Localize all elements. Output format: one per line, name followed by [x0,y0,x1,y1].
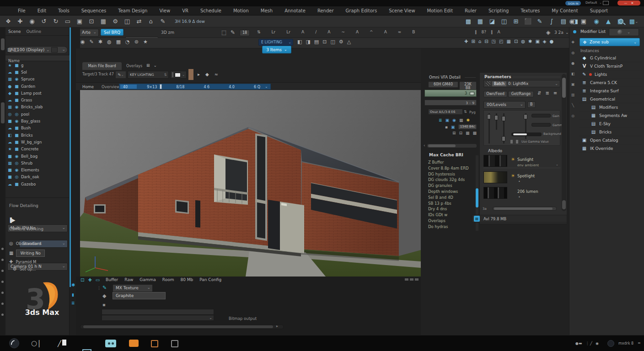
menu-item[interactable]: Edit [32,8,52,13]
bottom-tab[interactable]: Room [159,277,177,282]
strip-dot-icon[interactable] [1,248,4,250]
stats-icon[interactable]: ▦ [459,118,463,122]
brush-dropdown[interactable]: ✎⌄ [115,71,126,79]
cache-list-item[interactable]: Z Buffer [424,160,476,166]
stats-icon[interactable]: ▣ [445,118,450,122]
diamond-icon[interactable]: ◈ [546,30,550,35]
scene-object-row[interactable]: ◧ ■ Bricks [5,132,70,138]
active-selection-button[interactable]: Sel BRQ [101,29,123,36]
toolbar-icon[interactable]: ⌂ [145,18,156,24]
tree-row[interactable]: ▤ Modifiers [579,103,642,112]
workspace-dropdown[interactable]: Default [585,1,597,5]
toolbar-icon[interactable]: ✎ [157,18,168,24]
toolbar-icon[interactable]: ⊡ [86,18,97,24]
axis-token[interactable]: B [412,30,415,34]
strip-dot-icon[interactable] [1,303,4,305]
filter-icon[interactable]: ◫ [13,48,17,52]
axis-token[interactable]: ⇅ [257,30,261,34]
spinner-icon[interactable]: ⇅ [464,110,467,114]
tab-outline[interactable]: Outline [23,28,44,35]
toolbar-icon[interactable]: ✎ [534,18,545,24]
cache-list-item[interactable]: IDs GDt w [424,213,476,218]
side-tool-icon[interactable]: ◍ [571,51,575,55]
tray-menu-icon[interactable]: ≡ [638,341,641,345]
range-button[interactable]: Get/Range [508,91,534,97]
toolbar-icon[interactable]: ⌂ [478,39,481,44]
bottom-icon[interactable]: ▭ [96,278,100,282]
toolbar-icon[interactable]: ◍ [521,39,525,44]
bottom-tab[interactable]: Pan Config [196,277,225,282]
float-icon[interactable]: ▸ [198,72,200,77]
toolbar-icon[interactable]: ⊞ [510,18,521,24]
strip-dot-icon[interactable] [1,281,4,283]
material-slot-dropdown[interactable]: ⌄ [609,28,639,36]
axis-token[interactable]: ≈ [398,30,402,34]
notes-app-icon[interactable]: ╱ [58,340,66,347]
circle-tool-icon[interactable]: ○| [31,339,41,347]
scene-object-row[interactable]: ☁ ■ Grass [5,96,70,103]
toolbar-icon[interactable]: ◫ [122,18,133,24]
background-slider[interactable] [513,133,527,135]
gamma-knob[interactable] [510,140,513,144]
toolbar-icon[interactable]: ▦ [116,39,121,44]
scene-object-row[interactable]: ■ ◉ Elements [5,166,70,173]
toolbar-overflow-caret[interactable]: ⌄ [635,19,639,24]
axis-token[interactable]: Lr [286,30,290,34]
toolbar-icon[interactable]: ◈ [543,39,547,44]
stats-icon[interactable]: ▩ [473,131,477,135]
memory-icon[interactable]: ▦ [474,216,480,222]
cache-field[interactable]: Osuz A/L/3-8 E6 [428,109,463,115]
axis-token[interactable]: A [301,30,304,34]
levels-dropdown[interactable]: 00/Levels [483,101,526,109]
menu-item[interactable]: Scripting [483,8,515,13]
toolbar-icon[interactable]: ◳ [492,39,496,44]
scrollbar-thumb[interactable] [83,325,273,328]
axis-token[interactable]: A [327,30,330,34]
tree-row[interactable]: ▦ IK Override [579,144,642,153]
mode-dropdown[interactable]: Arte [79,29,99,37]
toolbar-icon[interactable]: ✚ [464,39,468,44]
toolbar-icon[interactable]: ◉ [591,18,602,24]
side-tool-icon[interactable]: ✚ [571,40,575,44]
light-caret-icon[interactable]: ⌄ [556,163,558,166]
bottom-icon[interactable]: ✚ [88,278,91,282]
toolbar-icon[interactable]: ★ [143,39,148,44]
stats-icon[interactable]: ▦ [466,131,470,135]
bottom-tab[interactable]: Gamma [136,277,159,282]
panel-scrollbar-thumb[interactable] [562,78,566,98]
menu-item[interactable]: Schedule [194,8,227,13]
gray-frame-icon[interactable] [171,340,178,347]
menu-item[interactable]: Motion Edit [421,8,459,13]
toolbar-icon[interactable]: ▤ [314,39,319,44]
script-input-top[interactable] [102,309,214,315]
cache-list-item[interactable]: DG clouds 32g 4ds [424,177,476,183]
light-name[interactable]: 206 lumen [517,189,538,194]
scene-object-row[interactable]: ★ ■ g [5,62,70,69]
texture-dropdown[interactable]: MX Texture [113,284,153,292]
menu-item[interactable]: Team Design [112,8,153,13]
viewport-canvas[interactable] [80,90,421,277]
toolbar-icon[interactable]: ◪ [487,18,498,24]
cache-list-item[interactable]: Dry 4 dns [424,207,476,213]
tree-row[interactable]: ✎ Lights [579,70,642,79]
toolbar-icon[interactable]: ◉ [80,39,85,44]
float-icon[interactable]: ≈ [215,72,218,77]
toolbar-icon[interactable]: ◰ [499,39,503,44]
menu-item[interactable]: Scene View [383,8,421,13]
tree-row[interactable]: ≣ Camera 5.CK [579,79,642,87]
cache-list-item[interactable]: Overlaps [424,218,476,224]
maximize-button[interactable] [603,1,609,5]
lighting-dropdown[interactable]: E LIGHTING⌄ [258,39,293,46]
camera-app-icon[interactable] [105,340,116,347]
tray-icon-c[interactable]: ╱ [590,341,592,346]
scene-object-row[interactable]: ◎ ◎ pool [5,111,70,117]
teal-bar-icon[interactable]: ▮ [72,292,74,297]
toolbar-icon[interactable]: ◨ [306,39,310,44]
stats-icon[interactable]: ◉ [452,118,456,122]
camera-row[interactable]: ✚ Pyramid M [9,260,36,264]
toolbar-icon[interactable]: ▦ [506,39,510,44]
cache-scrollbar-thumb[interactable] [476,188,478,207]
toolbar-icon[interactable]: ↻ [50,18,61,24]
tray-icon-a[interactable]: ●▬ [575,341,582,346]
toolbar-icon[interactable]: ⊚ [134,39,139,44]
